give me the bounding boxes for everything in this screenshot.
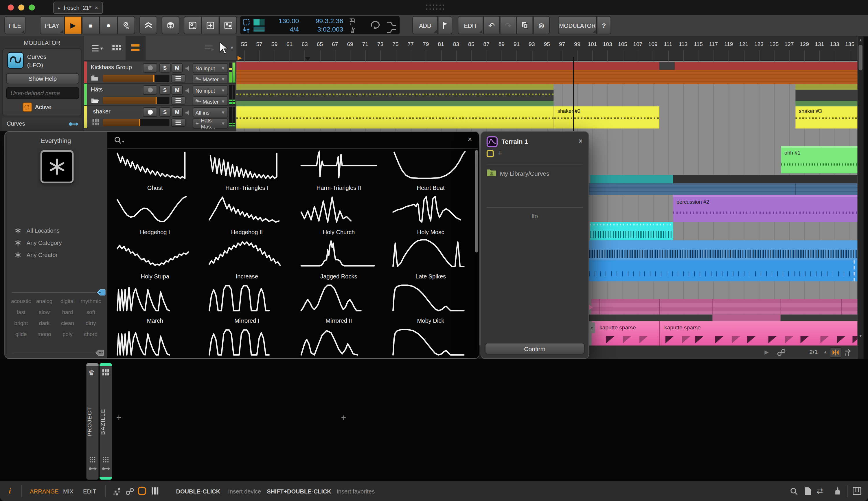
arrange-view-tab[interactable]: [126, 36, 145, 60]
loop-icon[interactable]: [369, 19, 382, 32]
clip-pink-muted[interactable]: [591, 299, 857, 315]
clip-cyan[interactable]: [590, 222, 673, 240]
tempo-display[interactable]: 130.00: [268, 17, 299, 25]
solo-button[interactable]: S: [160, 107, 171, 117]
input-select[interactable]: No input▼: [193, 85, 228, 95]
group-folder-icon[interactable]: [91, 75, 99, 81]
rack-tab-project[interactable]: ♛ PROJECT: [86, 363, 98, 480]
scroll-up-icon[interactable]: ▲: [858, 38, 862, 42]
favorite-checkbox[interactable]: [487, 150, 494, 157]
arm-button[interactable]: [143, 63, 158, 73]
preset-late-spikes[interactable]: Late Spikes: [385, 238, 477, 282]
ruler-tick[interactable]: 109: [645, 41, 661, 47]
active-chip-icon[interactable]: [23, 103, 32, 112]
view-tab-arrange[interactable]: ARRANGE: [30, 488, 58, 494]
beat-ruler[interactable]: 5557596163656769717375777981838587899193…: [236, 36, 858, 61]
search-icon[interactable]: [790, 487, 798, 496]
piano-icon[interactable]: [853, 487, 861, 495]
monitor-speaker-icon[interactable]: [185, 65, 192, 72]
loop-region-icon[interactable]: [138, 487, 146, 495]
automation-write-button[interactable]: w: [118, 16, 135, 34]
duplicate-button[interactable]: [517, 16, 533, 34]
project-tab[interactable]: ▸ frosch_21* ×: [53, 2, 103, 14]
preset-hedgehog-i[interactable]: Hedgehog I: [109, 193, 201, 238]
scale-snap-icon[interactable]: [113, 487, 122, 496]
mute-button[interactable]: M: [172, 63, 183, 73]
ruler-tick[interactable]: 89: [494, 41, 510, 47]
confirm-button[interactable]: Confirm: [485, 343, 584, 354]
routing-menu-button[interactable]: [171, 96, 185, 105]
swap-arrows-icon[interactable]: ⇄: [816, 486, 823, 495]
tag-hard[interactable]: hard: [56, 309, 79, 315]
preset-ghost[interactable]: Ghost: [109, 149, 201, 193]
routing-menu-button[interactable]: [171, 118, 185, 127]
tag-bright[interactable]: bright: [10, 320, 33, 326]
preset-harm-triangles-ii[interactable]: Harm-Triangles II: [293, 149, 385, 193]
link-icon[interactable]: [777, 348, 786, 356]
delete-button[interactable]: ⊗: [533, 16, 550, 34]
hand-tool-icon[interactable]: [833, 487, 842, 496]
clip-kaputte-2[interactable]: kaputte sparse: [659, 321, 858, 345]
record-button[interactable]: ●: [99, 16, 117, 34]
ruler-tick[interactable]: 115: [691, 41, 706, 47]
macos-zoom-button[interactable]: [29, 4, 35, 10]
grid-scrollbar-thumb[interactable]: [475, 150, 478, 252]
inactive-list-icon[interactable]: [204, 44, 216, 54]
input-select[interactable]: No input▼: [193, 63, 228, 73]
preset-jagged-rocks[interactable]: Jagged Rocks: [293, 238, 385, 282]
tag-acoustic[interactable]: acoustic: [10, 298, 33, 304]
terrain-close-button[interactable]: ×: [578, 137, 583, 145]
view-tab-edit[interactable]: EDIT: [83, 488, 96, 494]
ruler-tick[interactable]: 131: [812, 41, 827, 47]
ruler-tick[interactable]: 85: [464, 41, 479, 47]
ruler-tick[interactable]: 123: [751, 41, 767, 47]
ruler-tick[interactable]: 69: [342, 41, 358, 47]
monitor-speaker-icon[interactable]: [185, 87, 192, 94]
tag-chord[interactable]: chord: [79, 331, 102, 337]
ruler-tick[interactable]: 111: [660, 41, 676, 47]
add-tag-button[interactable]: +: [498, 149, 502, 158]
scroll-down-icon[interactable]: ▼: [858, 334, 862, 338]
add-button[interactable]: ADD: [412, 16, 438, 34]
preset-march[interactable]: March: [109, 282, 201, 326]
ruler-tick[interactable]: 121: [736, 41, 752, 47]
add-track-button[interactable]: [202, 16, 219, 34]
stop-button[interactable]: ■: [82, 16, 99, 34]
track-row-kickbass[interactable]: Kickbass Group S M No input▼ Master▼: [84, 61, 236, 83]
preset-partial[interactable]: [385, 326, 477, 358]
filter-any-category[interactable]: Any Category: [15, 239, 62, 246]
preset-harm-triangles-i[interactable]: Harm-Triangles I: [201, 149, 293, 193]
output-select[interactable]: Master▼: [193, 74, 228, 84]
browser-search-input[interactable]: [113, 136, 126, 147]
tag-poly[interactable]: poly: [56, 331, 79, 337]
preset-increase[interactable]: Increase: [201, 238, 293, 282]
grid-view-icon[interactable]: [112, 44, 123, 54]
preset-mirrored-ii[interactable]: Mirrored II: [293, 282, 385, 326]
add-track-lane-button[interactable]: +: [116, 413, 121, 423]
filter-all-locations[interactable]: All Locations: [15, 227, 59, 234]
tag-more-icon[interactable]: [95, 349, 104, 356]
ruler-tick[interactable]: 67: [327, 41, 343, 47]
arranger-scrollbar[interactable]: ▲ ▼: [858, 36, 864, 359]
modulator-output-row[interactable]: Curves: [2, 117, 82, 131]
clip-teal[interactable]: [590, 175, 673, 183]
tag-dirty[interactable]: dirty: [79, 320, 102, 326]
open-folder-icon[interactable]: [91, 97, 99, 104]
ruler-tick[interactable]: 87: [479, 41, 494, 47]
ruler-tick[interactable]: 127: [781, 41, 797, 47]
monitor-speaker-icon[interactable]: [185, 110, 192, 116]
info-icon[interactable]: i: [9, 487, 11, 496]
arm-button[interactable]: [143, 107, 158, 117]
ruler-tick[interactable]: 105: [615, 41, 630, 47]
clip-kaputte-1[interactable]: kaputte sparse: [592, 321, 659, 345]
volume-fader[interactable]: [103, 119, 170, 126]
ruler-tick[interactable]: 129: [796, 41, 812, 47]
volume-fader[interactable]: [103, 75, 170, 82]
ruler-tick[interactable]: 107: [630, 41, 645, 47]
track-row-haets[interactable]: Häts S M No input▼ Master▼: [84, 83, 236, 105]
clip-haets-2[interactable]: [795, 84, 857, 107]
ruler-tick[interactable]: 119: [721, 41, 736, 47]
ruler-tick[interactable]: 99: [569, 41, 585, 47]
preset-holy-stupa[interactable]: Holy Stupa: [109, 238, 201, 282]
tag-mono[interactable]: mono: [33, 331, 56, 337]
